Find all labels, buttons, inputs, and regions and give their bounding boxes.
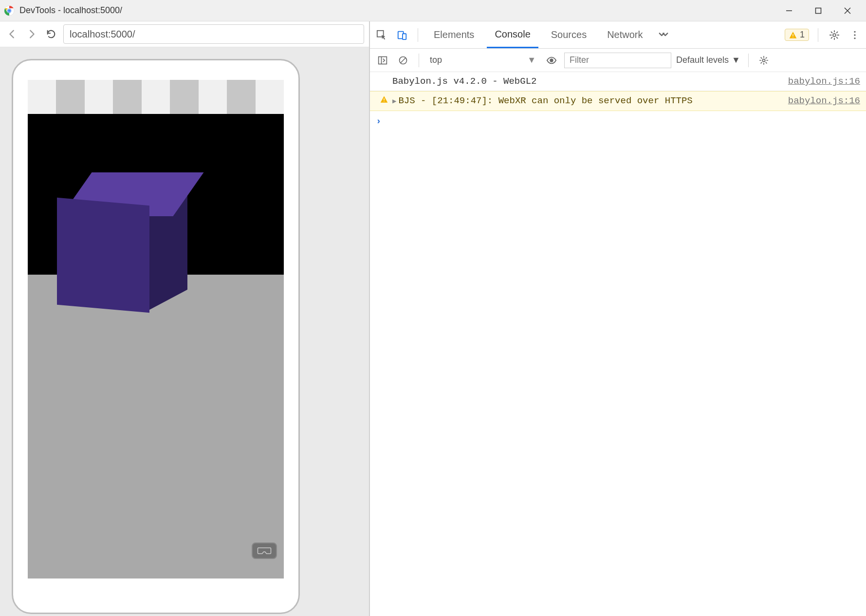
svg-point-14 bbox=[833, 34, 836, 37]
window-titlebar: DevTools - localhost:5000/ bbox=[0, 0, 866, 21]
svg-point-4 bbox=[8, 9, 11, 12]
live-expression-icon[interactable] bbox=[544, 53, 559, 68]
more-options-icon[interactable] bbox=[848, 28, 862, 42]
device-frame bbox=[12, 59, 300, 614]
chevron-down-icon: ▼ bbox=[527, 55, 536, 65]
scene-cube bbox=[57, 187, 169, 299]
execution-context-select[interactable]: top ▼ bbox=[427, 55, 539, 65]
console-output[interactable]: Babylon.js v4.2.0 - WebGL2 babylon.js:16… bbox=[370, 72, 866, 616]
tab-network[interactable]: Network bbox=[599, 21, 650, 48]
minimize-button[interactable] bbox=[774, 0, 804, 21]
clear-console-icon[interactable] bbox=[395, 53, 411, 68]
maximize-button[interactable] bbox=[804, 0, 833, 21]
svg-rect-18 bbox=[379, 56, 387, 64]
svg-rect-25 bbox=[384, 101, 384, 102]
console-message-source[interactable]: babylon.js:16 bbox=[778, 93, 860, 108]
log-levels-label: Default levels bbox=[676, 55, 729, 65]
console-message-source[interactable]: babylon.js:16 bbox=[778, 74, 860, 89]
svg-rect-24 bbox=[384, 98, 384, 100]
page-top-strip bbox=[28, 80, 284, 114]
svg-point-22 bbox=[550, 58, 553, 62]
warning-icon bbox=[380, 95, 388, 103]
svg-rect-12 bbox=[792, 34, 793, 36]
svg-line-21 bbox=[401, 58, 405, 63]
svg-point-15 bbox=[854, 31, 855, 32]
console-message[interactable]: Babylon.js v4.2.0 - WebGL2 babylon.js:16 bbox=[370, 72, 866, 91]
svg-rect-13 bbox=[792, 37, 793, 37]
console-message-text: ▶BJS - [21:49:47]: WebXR can only be ser… bbox=[392, 93, 778, 108]
warning-icon bbox=[789, 31, 797, 39]
execution-context-label: top bbox=[430, 55, 442, 65]
tabs-overflow-icon[interactable] bbox=[656, 30, 671, 40]
vr-headset-icon[interactable] bbox=[252, 542, 277, 559]
console-message-text: Babylon.js v4.2.0 - WebGL2 bbox=[392, 74, 778, 89]
chrome-icon bbox=[4, 5, 15, 16]
log-levels-select[interactable]: Default levels ▼ bbox=[676, 55, 740, 65]
console-prompt[interactable]: › bbox=[370, 111, 866, 131]
tab-sources[interactable]: Sources bbox=[543, 21, 594, 48]
svg-point-17 bbox=[854, 37, 855, 39]
scene-floor bbox=[28, 275, 284, 579]
inspect-element-icon[interactable] bbox=[374, 27, 389, 43]
address-input[interactable] bbox=[63, 24, 364, 44]
console-settings-icon[interactable] bbox=[756, 53, 771, 68]
console-filter-input[interactable] bbox=[564, 53, 671, 68]
svg-rect-11 bbox=[403, 34, 406, 39]
devtools-tabbar: Elements Console Sources Network 1 bbox=[370, 21, 866, 49]
console-message[interactable]: ▶BJS - [21:49:47]: WebXR can only be ser… bbox=[370, 91, 866, 111]
tab-elements[interactable]: Elements bbox=[426, 21, 482, 48]
devtools-pane: Elements Console Sources Network 1 bbox=[370, 21, 866, 616]
svg-rect-6 bbox=[816, 8, 821, 13]
prompt-chevron-icon: › bbox=[376, 114, 381, 129]
chevron-down-icon: ▼ bbox=[732, 55, 740, 65]
warnings-badge[interactable]: 1 bbox=[785, 29, 809, 41]
device-screen[interactable] bbox=[28, 80, 284, 593]
address-bar-row bbox=[0, 21, 369, 47]
reload-button[interactable] bbox=[44, 27, 58, 41]
svg-point-23 bbox=[762, 59, 765, 61]
expand-arrow-icon[interactable]: ▶ bbox=[392, 97, 396, 105]
window-title: DevTools - localhost:5000/ bbox=[19, 5, 774, 16]
svg-point-16 bbox=[854, 34, 855, 36]
settings-icon[interactable] bbox=[827, 28, 842, 42]
responsive-viewport-area bbox=[0, 47, 369, 616]
forward-button[interactable] bbox=[24, 27, 39, 41]
page-preview-pane bbox=[0, 21, 370, 616]
close-button[interactable] bbox=[833, 0, 862, 21]
device-toolbar-icon[interactable] bbox=[394, 27, 410, 43]
warnings-count: 1 bbox=[800, 30, 805, 40]
tab-console[interactable]: Console bbox=[487, 21, 538, 48]
console-toolbar: top ▼ Default levels ▼ bbox=[370, 49, 866, 72]
window-controls bbox=[774, 0, 862, 21]
console-sidebar-toggle-icon[interactable] bbox=[375, 53, 390, 68]
webgl-canvas[interactable] bbox=[28, 114, 284, 579]
back-button[interactable] bbox=[5, 27, 19, 41]
